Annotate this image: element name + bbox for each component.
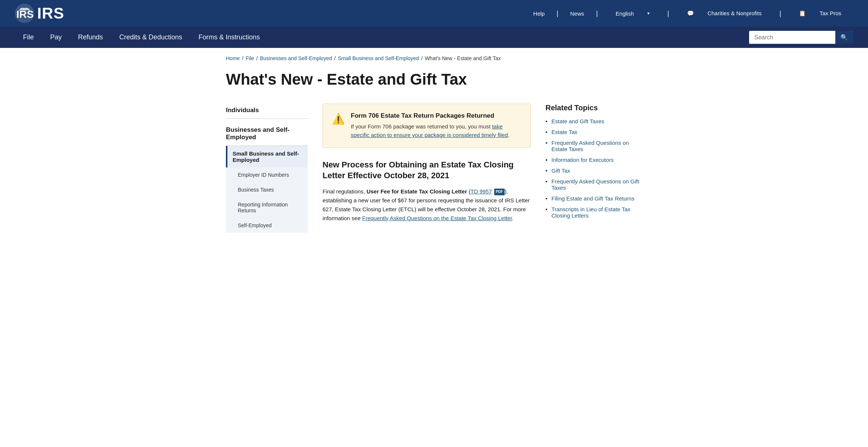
nav-file[interactable]: File [15,27,42,48]
breadcrumb-businesses[interactable]: Businesses and Self-Employed [260,55,332,61]
nav-credits[interactable]: Credits & Deductions [111,27,190,48]
list-item: Estate and Gift Taxes [545,118,642,124]
breadcrumb-smallbiz[interactable]: Small Business and Self-Employed [338,55,419,61]
taxpros-icon: 📋 [793,10,813,16]
related-filing[interactable]: Filing Estate and Gift Tax Returns [551,195,634,202]
related-topics-list: Estate and Gift Taxes Estate Tax Frequen… [545,118,642,219]
sidebar-smallbiz[interactable]: Small Business and Self-Employed [226,146,308,167]
taxpros-link[interactable]: 📋 Tax Pros [787,10,853,17]
related-estate-tax[interactable]: Estate Tax [551,129,577,135]
english-label: English [610,10,640,17]
main-content: Home / File / Businesses and Self-Employ… [211,48,657,240]
pdf-badge: PDF [494,189,505,195]
nav-refunds[interactable]: Refunds [70,27,111,48]
sidebar-reporting[interactable]: Reporting Information Returns [226,197,308,218]
sidebar-self-employed[interactable]: Self-Employed [226,218,308,233]
breadcrumb: Home / File / Businesses and Self-Employ… [226,55,642,61]
content-layout: Individuals Businesses and Self-Employed… [226,104,642,233]
search-icon: 🔍 [841,34,848,40]
search-input[interactable] [749,31,835,44]
top-bar-links: Help | News | English ▾ | 💬 Charities & … [527,10,853,17]
related-estate-gift[interactable]: Estate and Gift Taxes [551,118,604,124]
breadcrumb-sep-2: / [256,55,258,61]
notice-body: If your Form 706 package was returned to… [351,123,521,139]
related-executors[interactable]: Information for Executors [551,157,614,163]
nav-forms[interactable]: Forms & Instructions [190,27,268,48]
charities-link[interactable]: 💬 Charities & Nonprofits [675,10,774,17]
article-heading: New Process for Obtaining an Estate Tax … [323,160,531,181]
search-box: 🔍 [749,31,853,44]
logo-text: IRS [37,4,64,22]
divider-4: | [774,10,787,17]
list-item: Transcripts in Lieu of Estate Tax Closin… [545,206,642,219]
sidebar-employer-id[interactable]: Employer ID Numbers [226,167,308,182]
article-body: Final regulations, User Fee for Estate T… [323,187,531,223]
sidebar-businesses-title: Businesses and Self-Employed [226,123,308,146]
page-title: What's New - Estate and Gift Tax [226,70,642,89]
chevron-down-icon: ▾ [641,11,655,16]
list-item: Estate Tax [545,129,642,135]
charities-icon: 💬 [681,10,702,16]
main-body: ⚠️ Form 706 Estate Tax Return Packages R… [323,104,531,222]
nav-links: File Pay Refunds Credits & Deductions Fo… [15,27,268,48]
search-button[interactable]: 🔍 [835,31,853,44]
logo[interactable]: IRS IRS [15,4,64,23]
charities-label: Charities & Nonprofits [702,10,768,16]
breadcrumb-sep-4: / [421,55,422,61]
breadcrumb-sep-1: / [242,55,243,61]
right-sidebar: Related Topics Estate and Gift Taxes Est… [545,104,642,223]
notice-title: Form 706 Estate Tax Return Packages Retu… [351,112,521,120]
list-item: Information for Executors [545,157,642,163]
notice-content: Form 706 Estate Tax Return Packages Retu… [351,112,521,139]
divider-2: | [590,10,604,17]
list-item: Frequently Asked Questions on Gift Taxes [545,178,642,191]
breadcrumb-file[interactable]: File [246,55,254,61]
english-link[interactable]: English ▾ [604,10,661,17]
help-link[interactable]: Help [527,10,551,17]
warning-icon: ⚠️ [332,113,345,125]
top-bar: IRS IRS Help | News | English ▾ | 💬 Char… [0,0,868,27]
list-item: Filing Estate and Gift Tax Returns [545,195,642,202]
sidebar-business-taxes[interactable]: Business Taxes [226,182,308,197]
divider-3: | [661,10,675,17]
taxpros-label: Tax Pros [814,10,847,16]
list-item: Frequently Asked Questions on Estate Tax… [545,140,642,152]
nav-pay[interactable]: Pay [42,27,70,48]
breadcrumb-home[interactable]: Home [226,55,240,61]
td9957-link[interactable]: TD 9957 [470,188,492,195]
news-link[interactable]: News [564,10,590,17]
breadcrumb-sep-3: / [334,55,336,61]
related-topics-title: Related Topics [545,104,642,112]
sidebar-individuals-title: Individuals [226,104,308,119]
nav-bar: File Pay Refunds Credits & Deductions Fo… [0,27,868,48]
related-faq-gift[interactable]: Frequently Asked Questions on Gift Taxes [551,178,639,191]
breadcrumb-current: What's New - Estate and Gift Tax [425,55,501,61]
notice-box: ⚠️ Form 706 Estate Tax Return Packages R… [323,104,531,148]
related-gift-tax[interactable]: Gift Tax [551,167,570,174]
list-item: Gift Tax [545,167,642,174]
related-transcripts[interactable]: Transcripts in Lieu of Estate Tax Closin… [551,206,631,219]
divider-1: | [551,10,564,17]
related-faq-estate[interactable]: Frequently Asked Questions on Estate Tax… [551,140,629,152]
left-sidebar: Individuals Businesses and Self-Employed… [226,104,308,233]
faq-link[interactable]: Frequently Asked Questions on the Estate… [362,215,512,221]
